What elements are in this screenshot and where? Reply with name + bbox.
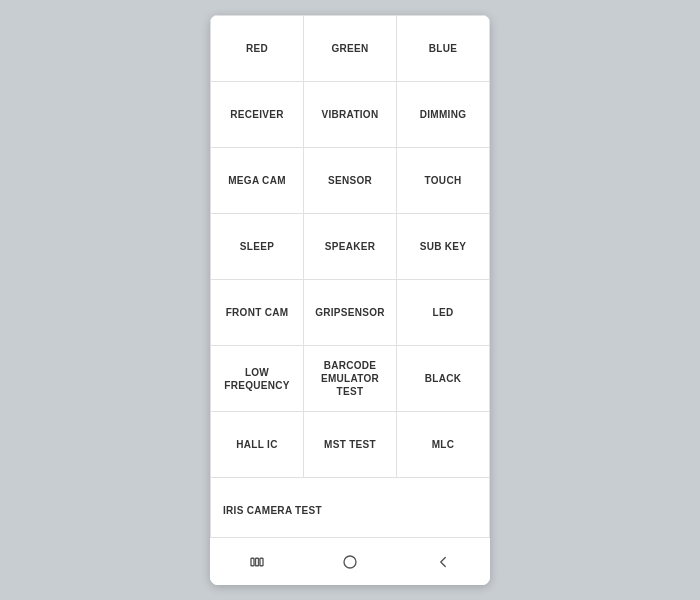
grid-item-sleep[interactable]: SLEEP (211, 214, 304, 280)
grid-item-mlc[interactable]: MLC (397, 412, 490, 478)
grid-item-front-cam[interactable]: FRONT CAM (211, 280, 304, 346)
grid-item-touch[interactable]: TOUCH (397, 148, 490, 214)
grid-item-vibration[interactable]: VIBRATION (304, 82, 397, 148)
grid-item-dimming[interactable]: DIMMING (397, 82, 490, 148)
grid-item-barcode-emulator-test[interactable]: BARCODE EMULATOR TEST (304, 346, 397, 412)
grid-item-hall-ic[interactable]: HALL IC (211, 412, 304, 478)
grid-item-mega-cam[interactable]: MEGA CAM (211, 148, 304, 214)
grid-item-iris-camera-test[interactable]: IRIS CAMERA TEST (210, 478, 490, 537)
svg-rect-3 (344, 556, 356, 568)
svg-rect-0 (251, 558, 254, 566)
grid-item-low-frequency[interactable]: LOW FREQUENCY (211, 346, 304, 412)
grid-item-black[interactable]: BLACK (397, 346, 490, 412)
grid-item-blue[interactable]: BLUE (397, 16, 490, 82)
grid-item-red[interactable]: RED (211, 16, 304, 82)
navigation-bar (210, 537, 490, 585)
test-grid: RED GREEN BLUE RECEIVER VIBRATION DIMMIN… (210, 15, 490, 478)
svg-rect-1 (255, 558, 258, 566)
phone-container: RED GREEN BLUE RECEIVER VIBRATION DIMMIN… (210, 15, 490, 585)
back-button[interactable] (426, 545, 460, 579)
grid-item-receiver[interactable]: RECEIVER (211, 82, 304, 148)
grid-item-sub-key[interactable]: SUB KEY (397, 214, 490, 280)
grid-item-gripsensor[interactable]: GRIPSENSOR (304, 280, 397, 346)
svg-rect-2 (260, 558, 263, 566)
grid-item-speaker[interactable]: SPEAKER (304, 214, 397, 280)
grid-area: RED GREEN BLUE RECEIVER VIBRATION DIMMIN… (210, 15, 490, 537)
grid-item-led[interactable]: LED (397, 280, 490, 346)
grid-item-sensor[interactable]: SENSOR (304, 148, 397, 214)
grid-item-mst-test[interactable]: MST TEST (304, 412, 397, 478)
home-button[interactable] (333, 545, 367, 579)
grid-item-green[interactable]: GREEN (304, 16, 397, 82)
recent-apps-button[interactable] (240, 545, 274, 579)
